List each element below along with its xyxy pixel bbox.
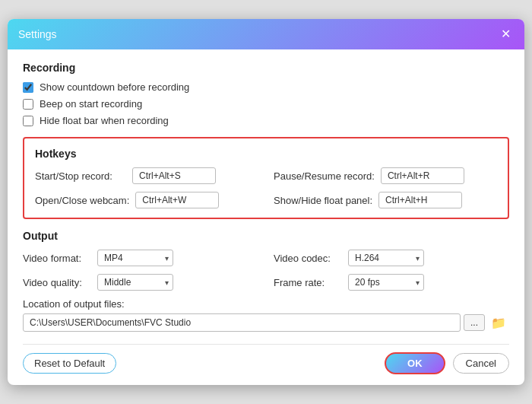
cancel-button[interactable]: Cancel: [453, 353, 509, 374]
hotkey-label-pause-resume: Pause/Resume record:: [274, 170, 375, 182]
hotkey-row-start-stop: Start/Stop record:: [35, 167, 258, 184]
location-label: Location of output files:: [23, 298, 509, 310]
hotkeys-grid: Start/Stop record: Pause/Resume record: …: [35, 167, 497, 208]
location-input[interactable]: [23, 313, 461, 332]
hotkeys-section-title: Hotkeys: [35, 148, 497, 160]
location-input-row: ... 📁: [23, 313, 509, 332]
title-bar: Settings ✕: [8, 19, 524, 49]
select-frame-rate[interactable]: 15 fps20 fps30 fps60 fps: [348, 274, 424, 291]
checkbox-floatbar[interactable]: [23, 116, 33, 126]
folder-icon[interactable]: 📁: [488, 314, 509, 332]
recording-section-title: Recording: [23, 62, 509, 74]
hotkey-label-webcam: Open/Close webcam:: [35, 195, 129, 206]
ok-button[interactable]: OK: [385, 352, 445, 374]
checkbox-row-floatbar: Hide float bar when recording: [23, 115, 509, 126]
select-wrapper-video-codec: H.264H.265VP9 ▾: [348, 250, 424, 266]
footer: Reset to Default OK Cancel: [23, 344, 509, 374]
checkbox-beep-label: Beep on start recording: [40, 98, 142, 110]
checkbox-beep[interactable]: [23, 99, 33, 110]
select-video-quality[interactable]: LowMiddleHigh: [97, 274, 173, 291]
field-label-video-format: Video format:: [23, 253, 91, 264]
select-video-codec[interactable]: H.264H.265VP9: [348, 250, 424, 266]
hotkey-row-float-panel: Show/Hide float panel:: [274, 192, 497, 208]
location-more-button[interactable]: ...: [464, 314, 485, 331]
field-row-video-format: Video format: MP4AVIMOV ▾: [23, 250, 258, 266]
close-button[interactable]: ✕: [498, 27, 514, 42]
checkbox-row-countdown: Show countdown before recording: [23, 81, 509, 93]
output-grid: Video format: MP4AVIMOV ▾ Video codec: H…: [23, 250, 509, 291]
hotkey-label-float-panel: Show/Hide float panel:: [274, 195, 372, 206]
hotkeys-section: Hotkeys Start/Stop record: Pause/Resume …: [23, 137, 509, 219]
select-wrapper-video-quality: LowMiddleHigh ▾: [97, 274, 173, 291]
output-section: Output Video format: MP4AVIMOV ▾ Video c…: [23, 230, 509, 332]
hotkey-input-float-panel[interactable]: [378, 192, 462, 208]
field-label-video-quality: Video quality:: [23, 277, 91, 288]
hotkey-input-pause-resume[interactable]: [381, 167, 464, 184]
settings-dialog: Settings ✕ Recording Show countdown befo…: [8, 19, 524, 385]
hotkey-row-webcam: Open/Close webcam:: [35, 192, 258, 208]
field-row-frame-rate: Frame rate: 15 fps20 fps30 fps60 fps ▾: [274, 274, 509, 291]
checkbox-floatbar-label: Hide float bar when recording: [40, 115, 169, 126]
footer-right: OK Cancel: [385, 352, 509, 374]
checkbox-row-beep: Beep on start recording: [23, 98, 509, 110]
hotkey-input-webcam[interactable]: [135, 192, 219, 208]
field-label-frame-rate: Frame rate:: [274, 277, 342, 288]
hotkey-row-pause-resume: Pause/Resume record:: [274, 167, 497, 184]
dialog-body: Recording Show countdown before recordin…: [8, 49, 524, 385]
location-row: Location of output files: ... 📁: [23, 298, 509, 332]
checkbox-countdown-label: Show countdown before recording: [40, 81, 189, 93]
select-wrapper-video-format: MP4AVIMOV ▾: [97, 250, 173, 266]
select-video-format[interactable]: MP4AVIMOV: [97, 250, 173, 266]
output-section-title: Output: [23, 230, 509, 242]
hotkey-input-start-stop[interactable]: [132, 167, 216, 184]
reset-button[interactable]: Reset to Default: [23, 353, 116, 374]
field-row-video-quality: Video quality: LowMiddleHigh ▾: [23, 274, 258, 291]
select-wrapper-frame-rate: 15 fps20 fps30 fps60 fps ▾: [348, 274, 424, 291]
field-row-video-codec: Video codec: H.264H.265VP9 ▾: [274, 250, 509, 266]
field-label-video-codec: Video codec:: [274, 253, 342, 264]
hotkey-label-start-stop: Start/Stop record:: [35, 170, 126, 182]
checkbox-countdown[interactable]: [23, 82, 33, 93]
dialog-title: Settings: [18, 28, 57, 40]
